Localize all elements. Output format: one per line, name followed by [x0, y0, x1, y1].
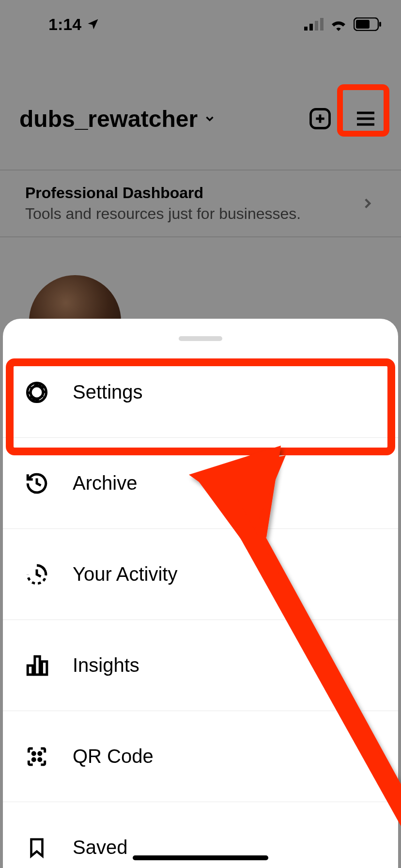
- home-indicator[interactable]: [133, 855, 268, 860]
- sheet-grabber[interactable]: [179, 336, 222, 341]
- bookmark-icon: [22, 833, 51, 862]
- menu-sheet: Settings Archive Your Activity Insights: [3, 319, 398, 868]
- menu-item-archive[interactable]: Archive: [3, 438, 398, 529]
- menu-item-settings[interactable]: Settings: [3, 347, 398, 438]
- menu-item-label: Insights: [73, 654, 139, 676]
- qr-icon: [22, 742, 51, 771]
- annotation-hamburger-highlight: [337, 84, 389, 137]
- menu-item-label: QR Code: [73, 745, 154, 767]
- menu-item-label: Saved: [73, 837, 127, 858]
- svg-rect-17: [35, 656, 40, 675]
- menu-item-qr[interactable]: QR Code: [3, 711, 398, 802]
- activity-icon: [22, 560, 51, 589]
- svg-point-15: [31, 386, 43, 399]
- menu-item-label: Your Activity: [73, 563, 177, 585]
- svg-rect-18: [42, 661, 46, 674]
- menu-item-insights[interactable]: Insights: [3, 620, 398, 711]
- gear-icon: [22, 378, 51, 407]
- history-icon: [22, 469, 51, 498]
- menu-item-label: Settings: [73, 381, 143, 403]
- bar-chart-icon: [22, 651, 51, 680]
- svg-point-21: [32, 758, 35, 760]
- menu-item-activity[interactable]: Your Activity: [3, 529, 398, 620]
- svg-rect-16: [28, 666, 32, 675]
- svg-point-20: [39, 752, 41, 755]
- menu-item-label: Archive: [73, 472, 137, 494]
- svg-point-19: [32, 752, 35, 755]
- svg-point-22: [39, 758, 41, 760]
